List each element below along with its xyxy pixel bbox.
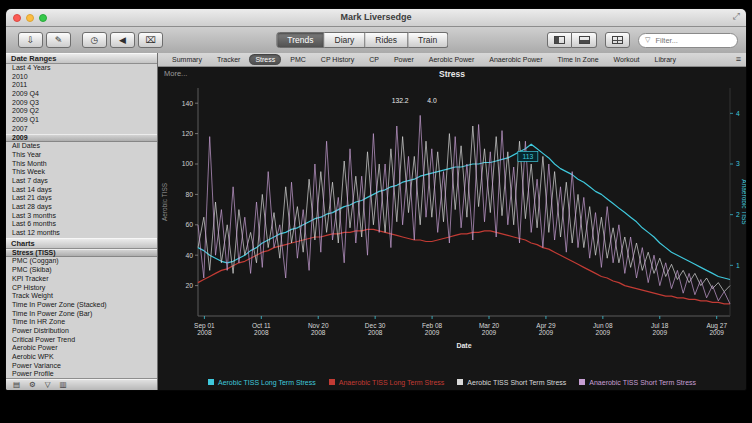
main-area: SummaryTrackerStressPMCCP HistoryCPPower… (158, 53, 746, 390)
date-range-item[interactable]: All Dates (6, 142, 157, 151)
chart-tab[interactable]: CP History (315, 54, 360, 65)
chart-tab[interactable]: PMC (284, 54, 312, 65)
date-range-item[interactable]: Last 12 months (6, 229, 157, 238)
app-window: Mark Liversedge ⤢ ⇩ ✎ ◷ ◀ ⌧ TrendsDiaryR… (5, 8, 747, 391)
chart-list-item[interactable]: Time In Power Zone (Stacked) (6, 301, 157, 310)
svg-text:120: 120 (182, 130, 194, 137)
chart-tab[interactable]: Power (388, 54, 420, 65)
date-range-item[interactable]: 2009 Q1 (6, 116, 157, 125)
filter-funnel-icon: ▽ (645, 36, 650, 44)
chart-tab[interactable]: Tracker (211, 54, 246, 65)
tools-icon[interactable]: ⚙ (29, 380, 36, 389)
filter-input[interactable] (653, 35, 731, 46)
svg-text:2009: 2009 (425, 329, 440, 336)
chart-list-item[interactable]: KPI Tracker (6, 275, 157, 284)
chart-tab[interactable]: CP (363, 54, 385, 65)
compose-button[interactable]: ✎ (46, 32, 71, 48)
chart-tab[interactable]: Aerobic Power (423, 54, 481, 65)
date-range-item[interactable]: Last 14 days (6, 186, 157, 195)
funnel-icon[interactable]: ▽ (45, 380, 51, 389)
chart-icon[interactable]: ▥ (60, 380, 67, 389)
filter-field[interactable]: ▽ (638, 33, 738, 48)
chart-title: Stress (158, 69, 746, 79)
chart-list-item[interactable]: Track Weight (6, 292, 157, 301)
date-range-item[interactable]: 2011 (6, 81, 157, 90)
menu-icon[interactable]: ≡ (736, 54, 741, 64)
export-button[interactable]: ⇩ (18, 32, 43, 48)
chart-list-item[interactable]: PMC (Skiba) (6, 266, 157, 275)
timer-button[interactable]: ◷ (82, 32, 107, 48)
svg-text:80: 80 (185, 191, 193, 198)
svg-text:2009: 2009 (709, 329, 724, 336)
svg-text:2008: 2008 (254, 329, 269, 336)
toggle-sidebar-button[interactable] (547, 32, 572, 48)
svg-text:1: 1 (736, 262, 740, 269)
date-range-item[interactable]: Last 7 days (6, 177, 157, 186)
chart-list-item[interactable]: Time In HR Zone (6, 318, 157, 327)
chart-tab[interactable]: Library (649, 54, 682, 65)
svg-text:Jul 18: Jul 18 (651, 322, 669, 329)
view-mode-segment[interactable]: Rides (365, 32, 408, 48)
date-range-item[interactable]: Last 28 days (6, 203, 157, 212)
date-range-item[interactable]: Last 4 Years (6, 64, 157, 73)
svg-text:2: 2 (736, 211, 740, 218)
date-range-item[interactable]: 2009 Q4 (6, 90, 157, 99)
svg-text:Jun 08: Jun 08 (593, 322, 613, 329)
legend-swatch (329, 379, 335, 385)
chart-tab[interactable]: Time In Zone (552, 54, 605, 65)
chart-list-item[interactable]: PMC (Coggan) (6, 257, 157, 266)
chart-tab[interactable]: Stress (249, 54, 281, 65)
chart-tab[interactable]: Anaerobic Power (483, 54, 548, 65)
panes-icon[interactable]: ▤ (13, 380, 20, 389)
chart-list-item[interactable]: Aerobic WPK (6, 353, 157, 362)
tile-view-button[interactable] (605, 32, 630, 48)
chart-list-item[interactable]: Time In Power Zone (Bar) (6, 310, 157, 319)
svg-text:2008: 2008 (368, 329, 383, 336)
view-mode-segment[interactable]: Trends (276, 32, 324, 48)
date-range-item[interactable]: 2010 (6, 73, 157, 82)
chart-tabbar: SummaryTrackerStressPMCCP HistoryCPPower… (158, 53, 746, 67)
svg-text:40: 40 (185, 252, 193, 259)
fullscreen-icon[interactable]: ⤢ (733, 11, 740, 22)
compose-icon: ✎ (55, 35, 63, 45)
chart-list-item[interactable]: Power Variance (6, 362, 157, 371)
date-range-item[interactable]: 2009 (6, 134, 157, 143)
toggle-bottombar-button[interactable] (572, 32, 597, 48)
tile-grid-icon (612, 36, 623, 44)
view-mode-segment[interactable]: Train (408, 32, 448, 48)
date-range-item[interactable]: 2007 (6, 125, 157, 134)
chart-list-item[interactable]: CP History (6, 284, 157, 293)
date-range-item[interactable]: This Year (6, 151, 157, 160)
date-range-item[interactable]: 2009 Q3 (6, 99, 157, 108)
delete-button[interactable]: ⌧ (138, 32, 163, 48)
svg-text:60: 60 (185, 221, 193, 228)
svg-text:2008: 2008 (311, 329, 326, 336)
date-range-item[interactable]: This Week (6, 168, 157, 177)
chart-legend: Aerobic TISS Long Term StressAnaerobic T… (158, 372, 746, 391)
legend-swatch (457, 379, 463, 385)
speaker-button[interactable]: ◀ (110, 32, 135, 48)
chart-list-item[interactable]: Critical Power Trend (6, 336, 157, 345)
stress-chart: 204060801001201404321Sep 012008Oct 11200… (158, 80, 747, 372)
chart-tab[interactable]: Summary (166, 54, 208, 65)
svg-text:Nov 20: Nov 20 (308, 322, 329, 329)
chart-list-item[interactable]: Aerobic Power (6, 344, 157, 353)
charts-header: Charts (6, 238, 157, 249)
sidebar-footer: ▤ ⚙ ▽ ▥ (6, 378, 157, 390)
date-range-item[interactable]: Last 6 months (6, 220, 157, 229)
date-range-item[interactable]: This Month (6, 160, 157, 169)
legend-item: Aerobic TISS Short Term Stress (457, 379, 566, 386)
chart-header: More... Stress (158, 67, 746, 80)
date-range-item[interactable]: Last 3 months (6, 212, 157, 221)
svg-text:4: 4 (736, 110, 740, 117)
chart-tab[interactable]: Workout (608, 54, 646, 65)
date-range-item[interactable]: 2009 Q2 (6, 107, 157, 116)
view-mode-segment[interactable]: Diary (325, 32, 366, 48)
legend-swatch (208, 379, 214, 385)
chart-list-item[interactable]: Stress (TISS) (6, 249, 157, 258)
sidebar-pane-icon (554, 36, 565, 44)
svg-text:2009: 2009 (482, 329, 497, 336)
svg-text:2009: 2009 (596, 329, 611, 336)
date-range-item[interactable]: Last 21 days (6, 194, 157, 203)
chart-list-item[interactable]: Power Distribution (6, 327, 157, 336)
